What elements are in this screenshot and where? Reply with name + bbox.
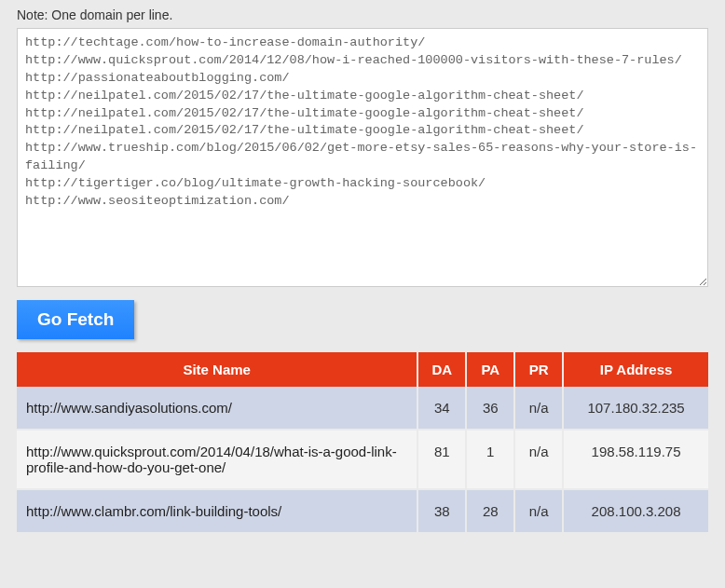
table-header-row: Site Name DA PA PR IP Address: [17, 352, 708, 387]
table-row: http://www.quicksprout.com/2014/04/18/wh…: [17, 430, 708, 489]
cell-ip: 107.180.32.235: [563, 387, 708, 430]
cell-da: 81: [417, 430, 466, 489]
cell-pa: 28: [466, 489, 514, 533]
domain-input-textarea[interactable]: [17, 28, 708, 287]
cell-da: 34: [417, 387, 466, 430]
header-pr: PR: [514, 352, 563, 387]
cell-pr: n/a: [514, 489, 563, 533]
cell-pr: n/a: [514, 387, 563, 430]
cell-site: http://www.clambr.com/link-building-tool…: [17, 489, 417, 533]
header-pa: PA: [466, 352, 514, 387]
results-table: Site Name DA PA PR IP Address http://www…: [17, 352, 708, 534]
table-row: http://www.clambr.com/link-building-tool…: [17, 489, 708, 533]
header-da: DA: [417, 352, 466, 387]
cell-ip: 208.100.3.208: [563, 489, 708, 533]
go-fetch-button[interactable]: Go Fetch: [17, 300, 134, 339]
cell-site: http://www.quicksprout.com/2014/04/18/wh…: [17, 430, 417, 489]
header-site-name: Site Name: [17, 352, 417, 387]
cell-site: http://www.sandiyasolutions.com/: [17, 387, 417, 430]
header-ip: IP Address: [563, 352, 708, 387]
cell-ip: 198.58.119.75: [563, 430, 708, 489]
note-label: Note: One domain per line.: [17, 7, 708, 22]
table-row: http://www.sandiyasolutions.com/ 34 36 n…: [17, 387, 708, 430]
cell-pa: 1: [466, 430, 514, 489]
cell-pr: n/a: [514, 430, 563, 489]
cell-pa: 36: [466, 387, 514, 430]
cell-da: 38: [417, 489, 466, 533]
